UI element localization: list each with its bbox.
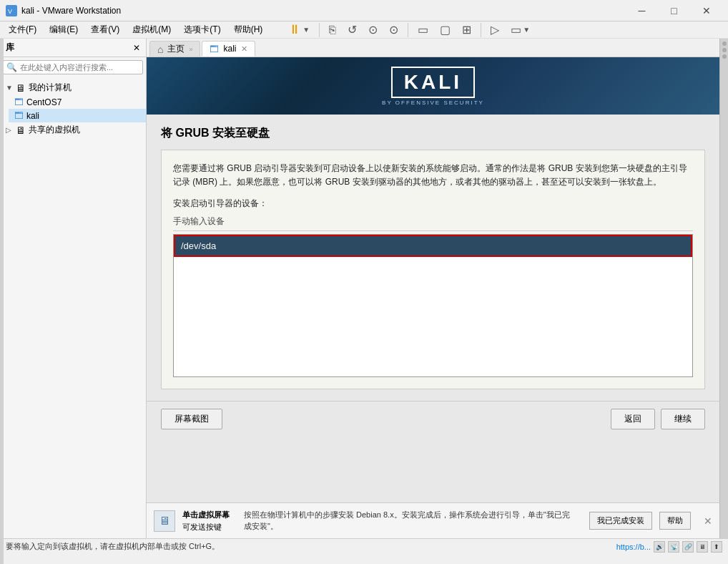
- sidebar-item-mycomputer[interactable]: ▼ 🖥 我的计算机: [0, 80, 146, 95]
- continue-button[interactable]: 继续: [661, 409, 705, 429]
- install-title: 将 GRUB 安装至硬盘: [161, 126, 705, 141]
- tab-vm-icon: 🗔: [210, 44, 219, 54]
- sidebar-item-kali[interactable]: 🗔 kali: [9, 109, 146, 122]
- home-icon: ⌂: [157, 44, 163, 55]
- right-panel: [719, 39, 728, 538]
- sidebar-item-label: kali: [26, 111, 39, 121]
- vm-status-description: 按照在物理计算机中的步骤安装 Debian 8.x。安装完成后，操作系统会进行引…: [237, 510, 582, 532]
- edge-dot: [722, 48, 727, 52]
- suspend-button[interactable]: ⊙: [364, 20, 382, 40]
- statusbar-icon3: 🔗: [682, 541, 694, 553]
- pause-icon: ⏸: [288, 22, 301, 37]
- menu-view[interactable]: 查看(V): [85, 22, 125, 37]
- sidebar-title: 库: [6, 42, 14, 54]
- tab-home-arrow: »: [189, 46, 192, 53]
- minimize-button[interactable]: ─: [626, 0, 658, 21]
- install-description: 您需要通过将 GRUB 启动引导器安装到可启动设备上以使新安装的系统能够启动。通…: [173, 162, 693, 189]
- app-icon: V: [6, 5, 17, 16]
- snapshot-icon: ↺: [348, 23, 357, 37]
- statusbar-icon4: 🖥: [697, 541, 708, 553]
- sidebar-item-centos7[interactable]: 🗔 CentOS7: [9, 95, 146, 109]
- menu-tabs[interactable]: 选项卡(T): [178, 22, 226, 37]
- shutdown-icon: ⊙: [389, 23, 398, 37]
- expand-icon: ▼: [6, 84, 13, 92]
- menu-help[interactable]: 帮助(H): [228, 22, 269, 37]
- sidebar-item-label: 我的计算机: [29, 82, 72, 94]
- help-button[interactable]: 帮助: [659, 512, 691, 530]
- unity-button[interactable]: ⊞: [458, 20, 476, 40]
- menu-edit[interactable]: 编辑(E): [44, 22, 84, 37]
- shared-icon: 🖥: [16, 125, 26, 136]
- sidebar: 库 ✕ 🔍 ▼ 🖥 我的计算机 🗔 CentOS7 🗔 kali: [0, 39, 147, 538]
- statusbar-icon5: ⬆: [711, 541, 722, 553]
- menu-file[interactable]: 文件(F): [3, 22, 42, 37]
- vm-hint-line1: 单击虚拟屏幕: [182, 510, 230, 520]
- maximize-button[interactable]: □: [658, 0, 690, 21]
- unity-icon: ⊞: [462, 23, 471, 37]
- toolbar-sep3: [481, 23, 481, 37]
- status-close-icon[interactable]: ✕: [704, 515, 712, 527]
- pause-button[interactable]: ⏸ ▼: [284, 20, 314, 40]
- back-button[interactable]: 返回: [611, 409, 655, 429]
- vm-status-hint: 单击虚拟屏幕 可发送按键: [182, 510, 230, 533]
- sidebar-item-shared[interactable]: ▷ 🖥 共享的虚拟机: [0, 122, 146, 137]
- sidebar-search-container[interactable]: 🔍: [3, 60, 143, 74]
- fit-icon: ▢: [440, 23, 451, 37]
- sidebar-close-button[interactable]: ✕: [133, 43, 140, 53]
- sidebar-header: 库 ✕: [0, 39, 146, 57]
- install-bottom-bar: 屏幕截图 返回 继续: [147, 401, 719, 437]
- titlebar-controls: ─ □ ✕: [626, 0, 722, 21]
- fit-button[interactable]: ▢: [436, 20, 455, 40]
- svg-text:V: V: [8, 8, 12, 15]
- tab-close-button[interactable]: ✕: [241, 44, 247, 54]
- titlebar-title: kali - VMware Workstation: [21, 6, 121, 16]
- search-icon: 🔍: [6, 62, 17, 72]
- fullscreen-icon: ▭: [418, 23, 428, 37]
- device-item-sda[interactable]: /dev/sda: [174, 235, 692, 257]
- snapshot-button[interactable]: ↺: [343, 20, 361, 40]
- menubar: 文件(F) 编辑(E) 查看(V) 虚拟机(M) 选项卡(T) 帮助(H) ⏸ …: [0, 21, 728, 39]
- pause-dropdown: ▼: [302, 26, 310, 34]
- device-section: 手动输入设备 /dev/sda: [173, 215, 693, 377]
- tab-kali[interactable]: 🗔 kali ✕: [202, 41, 255, 57]
- kali-banner: KALI BY OFFENSIVE SECURITY: [147, 57, 719, 115]
- install-box: 您需要通过将 GRUB 启动引导器安装到可启动设备上以使新安装的系统能够启动。通…: [161, 150, 705, 389]
- edge-dot: [722, 42, 727, 46]
- settings-button[interactable]: ▭ ▼: [506, 20, 534, 40]
- monitor-icon: 🖥: [159, 515, 170, 527]
- fullscreen-button[interactable]: ▭: [413, 20, 433, 40]
- manual-input-label: 手动输入设备: [173, 215, 693, 231]
- main-layout: 库 ✕ 🔍 ▼ 🖥 我的计算机 🗔 CentOS7 🗔 kali: [0, 39, 728, 538]
- settings-dropdown-icon: ▼: [523, 26, 530, 34]
- settings-icon: ▭: [511, 23, 521, 37]
- titlebar-left: V kali - VMware Workstation: [6, 5, 121, 16]
- status-message: 要将输入定向到该虚拟机，请在虚拟机内部单击或按 Ctrl+G。: [6, 541, 220, 552]
- content-area: ⌂ 主页 » 🗔 kali ✕ KALI BY OFFENSIVE SECURI…: [147, 39, 719, 538]
- statusbar-right: https://b... 🔊 📡 🔗 🖥 ⬆: [616, 541, 722, 553]
- sidebar-tree: ▼ 🖥 我的计算机 🗔 CentOS7 🗔 kali ▷ 🖥 共享的虚拟机: [0, 77, 146, 538]
- kali-subtitle: BY OFFENSIVE SECURITY: [382, 99, 484, 106]
- vm-statusbar: 🖥 单击虚拟屏幕 可发送按键 按照在物理计算机中的步骤安装 Debian 8.x…: [147, 502, 719, 538]
- done-install-button[interactable]: 我已完成安装: [589, 512, 652, 530]
- suspend-icon: ⊙: [368, 23, 378, 37]
- toolbar-sep2: [408, 23, 408, 37]
- console-button[interactable]: ▷: [486, 20, 503, 40]
- screenshot-button[interactable]: 屏幕截图: [161, 409, 222, 429]
- nav-buttons: 返回 继续: [611, 409, 705, 429]
- shutdown-button[interactable]: ⊙: [385, 20, 403, 40]
- statusbar-icon1: 🔊: [654, 541, 665, 553]
- statusbar-link[interactable]: https://b...: [616, 543, 651, 551]
- menu-vm[interactable]: 虚拟机(M): [127, 22, 177, 37]
- install-prompt: 安装启动引导器的设备：: [173, 198, 693, 210]
- tab-home[interactable]: ⌂ 主页 »: [149, 41, 200, 57]
- app-statusbar: 要将输入定向到该虚拟机，请在虚拟机内部单击或按 Ctrl+G。 https://…: [0, 538, 728, 554]
- search-input[interactable]: [20, 63, 139, 72]
- send-ctrl-alt-del-button[interactable]: ⎘: [325, 20, 340, 40]
- sidebar-item-label: CentOS7: [26, 97, 62, 107]
- device-list[interactable]: /dev/sda: [173, 234, 693, 377]
- close-button[interactable]: ✕: [690, 0, 722, 21]
- vm-content[interactable]: KALI BY OFFENSIVE SECURITY 将 GRUB 安装至硬盘 …: [147, 57, 719, 502]
- sidebar-item-label: 共享的虚拟机: [29, 124, 80, 136]
- vm-status-icon: 🖥: [154, 510, 175, 532]
- sidebar-resize-handle[interactable]: [0, 39, 4, 564]
